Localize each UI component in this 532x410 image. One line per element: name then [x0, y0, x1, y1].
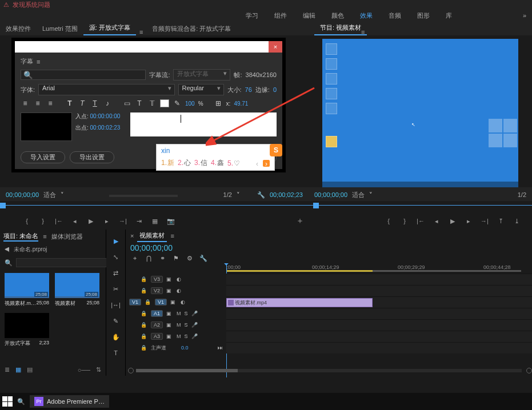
- master-level[interactable]: 0.0: [181, 345, 189, 351]
- list-view-icon[interactable]: ≣: [5, 366, 10, 373]
- icon-view-icon[interactable]: ▦: [15, 366, 21, 373]
- export-settings-button[interactable]: 导出设置: [70, 151, 114, 163]
- ime-candidate-4[interactable]: 4.鑫: [211, 158, 224, 168]
- lock-icon[interactable]: 🔒: [141, 345, 147, 351]
- source-v1[interactable]: V1: [129, 299, 141, 306]
- track-v3[interactable]: V3: [151, 276, 163, 283]
- caption-thumbnail[interactable]: [21, 112, 72, 141]
- captions-menu-icon[interactable]: ≡: [37, 58, 40, 65]
- go-to-in-icon[interactable]: |←: [417, 218, 425, 224]
- italic-icon[interactable]: T: [78, 99, 87, 108]
- tab-media-browser[interactable]: 媒体浏览器: [51, 232, 83, 241]
- bg-box-icon[interactable]: ▭: [122, 99, 131, 108]
- edge-value[interactable]: 0: [273, 86, 277, 93]
- taskbar-search-icon[interactable]: 🔍: [17, 398, 25, 405]
- mark-out-icon[interactable]: }: [39, 218, 47, 224]
- track-a2[interactable]: A2: [151, 321, 163, 328]
- position-grid-icon[interactable]: ⊞: [214, 99, 223, 108]
- prog-fit-select[interactable]: 适合: [352, 191, 365, 199]
- work-area-bar[interactable]: [226, 270, 373, 272]
- eye-icon[interactable]: ◐: [177, 276, 183, 282]
- ime-candidate-5[interactable]: 5.♡: [227, 159, 240, 167]
- settings-icon[interactable]: ⚙: [185, 255, 194, 262]
- step-forward-icon[interactable]: ▸: [103, 218, 111, 225]
- step-back-icon[interactable]: ◂: [71, 218, 79, 225]
- mic-icon[interactable]: 🎤: [191, 333, 198, 339]
- play-icon[interactable]: ▶: [87, 218, 95, 225]
- type-tool-icon[interactable]: T: [111, 349, 121, 360]
- src-fit-select[interactable]: 适合: [43, 191, 56, 199]
- linked-selection-icon[interactable]: ⚭: [158, 255, 167, 262]
- font-select[interactable]: Arial: [38, 84, 174, 95]
- ime-candidate-2[interactable]: 2.心: [178, 158, 191, 168]
- tab-menu-icon[interactable]: ≡: [43, 233, 46, 240]
- program-tab-menu-icon[interactable]: ≡: [361, 29, 365, 35]
- toggle-output-icon[interactable]: ▣: [166, 311, 173, 316]
- opacity-value[interactable]: 100: [185, 101, 195, 107]
- ime-prev-page-icon[interactable]: ‹: [254, 160, 261, 167]
- crumb-back-icon[interactable]: ⯇: [5, 247, 10, 253]
- go-to-out-icon[interactable]: →|: [119, 218, 127, 224]
- track-v1[interactable]: V1: [155, 299, 167, 306]
- mark-out-icon[interactable]: }: [401, 218, 409, 224]
- program-video-preview[interactable]: ↖: [322, 39, 518, 187]
- src-scale-select[interactable]: 1/2: [223, 191, 232, 198]
- project-search-input[interactable]: [16, 258, 118, 267]
- outline-text-icon[interactable]: 𝕋: [147, 99, 157, 108]
- bold-icon[interactable]: T: [65, 99, 74, 108]
- track-v2[interactable]: V2: [151, 287, 163, 294]
- mic-icon[interactable]: 🎤: [191, 322, 198, 328]
- menu-graphics[interactable]: 图形: [417, 11, 430, 20]
- video-clip[interactable]: 视频素材.mp4: [226, 298, 373, 307]
- text-on-box-icon[interactable]: T: [135, 99, 144, 108]
- close-icon[interactable]: ×: [269, 41, 282, 53]
- zoom-scrollbar[interactable]: [136, 369, 522, 372]
- lock-icon[interactable]: 🔒: [141, 288, 147, 294]
- prog-scale-select[interactable]: 1/2: [518, 191, 526, 198]
- caption-search-input[interactable]: [21, 70, 146, 80]
- tab-lumetri-scopes[interactable]: Lumetri 范围: [37, 22, 83, 35]
- sequence-tab[interactable]: 视频素材: [137, 230, 167, 242]
- toggle-output-icon[interactable]: ▣: [166, 333, 173, 339]
- x-value[interactable]: 49.71: [234, 101, 248, 107]
- selection-tool-icon[interactable]: ▶: [111, 238, 121, 248]
- taskbar-app-premiere[interactable]: Pr Adobe Premiere P…: [30, 395, 109, 408]
- wrench-icon[interactable]: 🔧: [257, 191, 265, 199]
- freeform-view-icon[interactable]: ▤: [27, 366, 33, 373]
- sort-icon[interactable]: ⇅: [96, 366, 101, 373]
- lock-icon[interactable]: 🔒: [141, 276, 147, 282]
- overwrite-icon[interactable]: ▦: [151, 218, 159, 225]
- eyedropper-icon[interactable]: ✎: [173, 99, 182, 108]
- toggle-output-icon[interactable]: ▣: [170, 299, 177, 305]
- ime-candidate-1[interactable]: 1.新: [161, 158, 174, 168]
- go-to-in-icon[interactable]: |←: [55, 218, 63, 224]
- prog-playhead[interactable]: [313, 203, 319, 208]
- slip-tool-icon[interactable]: |↔|: [111, 302, 121, 312]
- music-note-icon[interactable]: ♪: [103, 99, 112, 108]
- zoom-handle-right[interactable]: [526, 368, 532, 373]
- lift-icon[interactable]: ⤒: [497, 218, 505, 225]
- tab-menu-icon[interactable]: ≡: [170, 232, 174, 239]
- menu-more-icon[interactable]: »: [523, 12, 526, 19]
- pen-tool-icon[interactable]: ✎: [111, 317, 121, 328]
- align-center-icon[interactable]: ≡: [33, 99, 42, 108]
- step-back-icon[interactable]: ◂: [433, 218, 441, 225]
- go-to-out-icon[interactable]: →|: [481, 218, 489, 224]
- stream-select[interactable]: 开放式字幕: [173, 69, 230, 81]
- dialog-titlebar[interactable]: ×: [15, 41, 282, 53]
- add-button-icon[interactable]: ＋: [296, 216, 304, 226]
- align-right-icon[interactable]: ≡: [46, 99, 55, 108]
- windows-start-icon[interactable]: [2, 396, 13, 407]
- src-left-timecode[interactable]: 00;00;00;00: [6, 191, 39, 198]
- out-timecode[interactable]: 00:00:02:23: [90, 124, 121, 131]
- magnet-icon[interactable]: ⋂: [144, 255, 153, 262]
- ime-candidate-3[interactable]: 3.信: [194, 158, 207, 168]
- close-sequence-icon[interactable]: ×: [130, 232, 134, 239]
- export-frame-icon[interactable]: 📷: [167, 218, 175, 225]
- master-track-label[interactable]: 主声道: [151, 344, 166, 352]
- toggle-output-icon[interactable]: ▣: [166, 322, 173, 328]
- size-value[interactable]: 76: [245, 86, 252, 93]
- step-forward-icon[interactable]: ▸: [465, 218, 473, 225]
- mark-in-icon[interactable]: {: [385, 218, 393, 224]
- caption-text-input[interactable]: [130, 112, 277, 136]
